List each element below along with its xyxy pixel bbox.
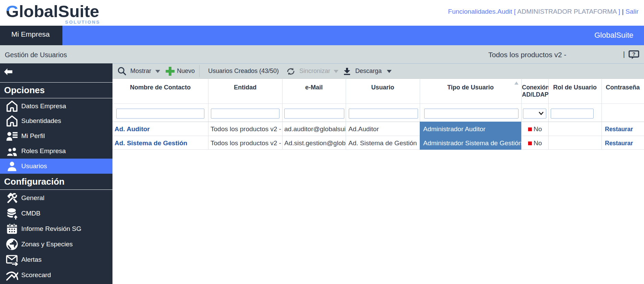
svg-text:?: ? bbox=[632, 51, 635, 57]
